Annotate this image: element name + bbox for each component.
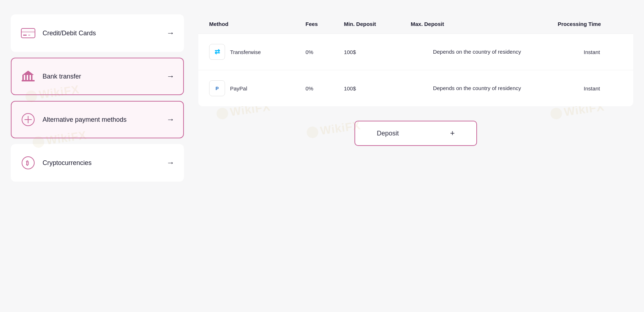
bank-transfer-label: Bank transfer xyxy=(43,73,81,80)
transferwise-logo: ⇄ xyxy=(209,44,225,60)
card-left-alt: Alternative payment methods xyxy=(20,112,127,128)
transferwise-name: Transferwise xyxy=(230,49,261,55)
svg-rect-0 xyxy=(21,28,35,38)
svg-rect-6 xyxy=(28,75,30,80)
bank-icon xyxy=(20,68,36,84)
transferwise-method-cell: ⇄ Transferwise xyxy=(198,34,298,70)
left-panel-wrapper: Credit/Debit Cards → xyxy=(11,14,184,182)
payment-method-crypto[interactable]: ₿ Cryptocurrencies → xyxy=(11,144,184,182)
deposit-button[interactable]: Deposit + xyxy=(354,121,477,146)
svg-rect-4 xyxy=(22,75,24,80)
paypal-logo-icon: P xyxy=(216,86,219,91)
paypal-logo: P xyxy=(209,80,225,96)
alternative-arrow: → xyxy=(167,115,175,124)
paypal-max-deposit: Depends on the country of residency xyxy=(403,70,551,107)
crypto-arrow: → xyxy=(167,158,175,168)
payment-method-bank-transfer[interactable]: Bank transfer → xyxy=(11,58,184,95)
method-cell-paypal: P PayPal xyxy=(209,80,291,96)
transferwise-logo-icon: ⇄ xyxy=(215,48,220,56)
svg-text:₿: ₿ xyxy=(26,160,29,166)
svg-marker-8 xyxy=(22,71,34,75)
bottom-section: Deposit + xyxy=(198,121,633,146)
alternative-icon xyxy=(20,112,36,128)
svg-rect-9 xyxy=(22,80,35,81)
payment-table: Method Fees Min. Deposit Max. Deposit Pr… xyxy=(198,14,633,106)
payment-method-credit-debit[interactable]: Credit/Debit Cards → xyxy=(11,14,184,52)
card-left-bank: Bank transfer xyxy=(20,68,81,84)
card-left: Credit/Debit Cards xyxy=(20,25,96,41)
paypal-method-cell: P PayPal xyxy=(198,70,298,107)
svg-rect-1 xyxy=(21,31,35,33)
transferwise-min-deposit: 100$ xyxy=(337,34,403,70)
page-container: Credit/Debit Cards → xyxy=(11,14,633,182)
payment-table-container: Method Fees Min. Deposit Max. Deposit Pr… xyxy=(198,14,633,106)
table-body: ⇄ Transferwise 0% 100$ Depends on the co… xyxy=(198,34,633,107)
paypal-name: PayPal xyxy=(230,85,247,92)
transferwise-fees: 0% xyxy=(298,34,336,70)
col-method: Method xyxy=(198,14,298,34)
card-icon xyxy=(20,25,36,41)
svg-rect-2 xyxy=(23,35,27,36)
paypal-fees: 0% xyxy=(298,70,336,107)
method-cell-transferwise: ⇄ Transferwise xyxy=(209,44,291,60)
transferwise-processing-time: Instant xyxy=(551,34,633,70)
crypto-icon: ₿ xyxy=(20,155,36,171)
left-panel: Credit/Debit Cards → xyxy=(11,14,184,182)
crypto-label: Cryptocurrencies xyxy=(43,159,92,167)
right-panel: WikiFX WikiFX WikiFX WikiFX WikiFX xyxy=(198,14,633,182)
svg-rect-3 xyxy=(28,35,30,36)
deposit-plus-icon: + xyxy=(450,129,455,138)
table-row: ⇄ Transferwise 0% 100$ Depends on the co… xyxy=(198,34,633,70)
credit-debit-label: Credit/Debit Cards xyxy=(43,30,96,37)
table-header-row: Method Fees Min. Deposit Max. Deposit Pr… xyxy=(198,14,633,34)
bank-transfer-arrow: → xyxy=(167,72,175,81)
col-min-deposit: Min. Deposit xyxy=(337,14,403,34)
table-row: P PayPal 0% 100$ Depends on the country … xyxy=(198,70,633,107)
svg-rect-7 xyxy=(31,75,32,80)
table-header: Method Fees Min. Deposit Max. Deposit Pr… xyxy=(198,14,633,34)
svg-rect-5 xyxy=(25,75,27,80)
deposit-button-label: Deposit xyxy=(377,130,399,137)
credit-debit-arrow: → xyxy=(167,28,175,38)
payment-method-alternative[interactable]: Alternative payment methods → xyxy=(11,101,184,138)
col-fees: Fees xyxy=(298,14,336,34)
col-max-deposit: Max. Deposit xyxy=(403,14,551,34)
right-panel-inner: WikiFX WikiFX WikiFX WikiFX WikiFX xyxy=(198,14,633,146)
paypal-processing-time: Instant xyxy=(551,70,633,107)
transferwise-max-deposit: Depends on the country of residency xyxy=(403,34,551,70)
card-left-crypto: ₿ Cryptocurrencies xyxy=(20,155,92,171)
alternative-label: Alternative payment methods xyxy=(43,116,127,124)
paypal-min-deposit: 100$ xyxy=(337,70,403,107)
col-processing-time: Processing Time xyxy=(551,14,633,34)
